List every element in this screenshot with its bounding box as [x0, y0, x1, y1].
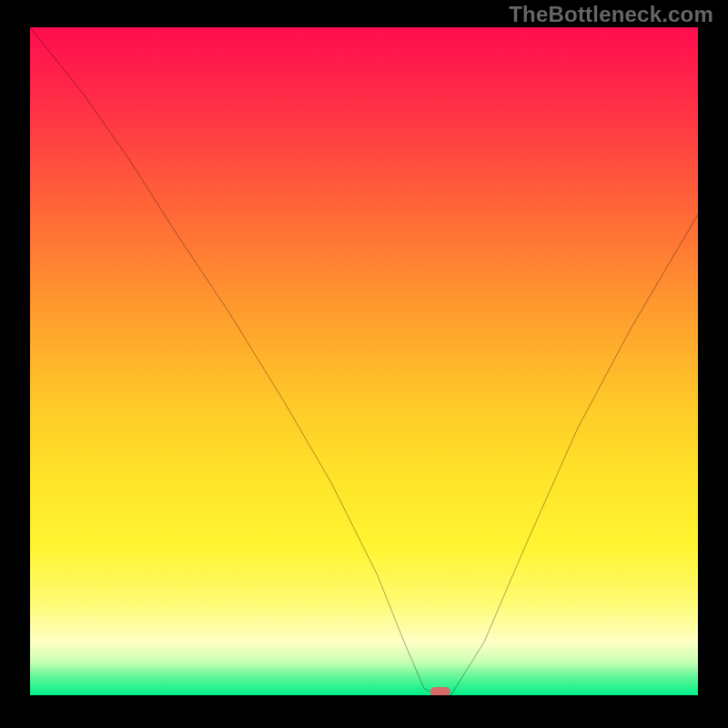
optimal-point-marker: [430, 687, 450, 695]
bottleneck-curve: [30, 27, 698, 695]
curve-path: [30, 27, 698, 695]
chart-frame: TheBottleneck.com: [0, 0, 728, 728]
watermark-text: TheBottleneck.com: [509, 2, 713, 27]
plot-area: [30, 27, 698, 695]
